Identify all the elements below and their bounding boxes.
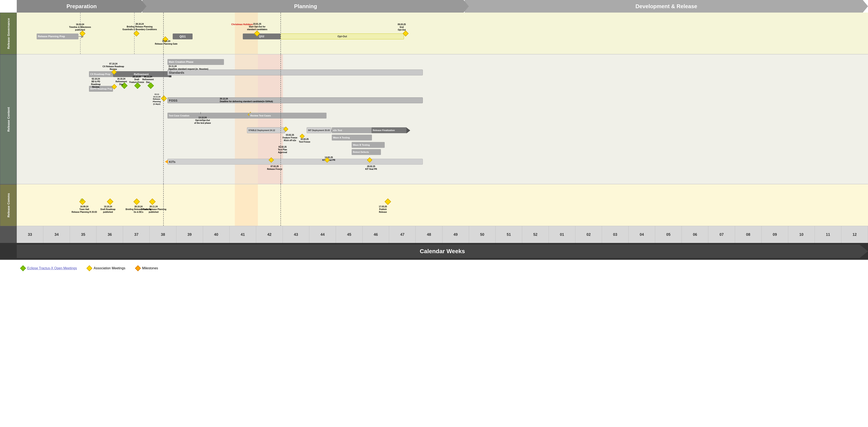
comms-content: 16.09.24 Town Hall Release Planning R 25… (17, 184, 868, 226)
qg2-bar: QG2 (243, 33, 280, 39)
kits-arrow-start (165, 160, 168, 163)
phase-header: Preparation Planning Development & Relea… (17, 0, 868, 12)
milestone-28-10-label: 28.10.24 Briefing Release Planning Guard… (122, 23, 157, 31)
kits-bar: KITs (167, 159, 423, 164)
governance-row: Release Governance Release Planning Prep (0, 12, 868, 55)
content-label: Release Content (0, 55, 17, 184)
release-planning-prep-bar: Release Planning Prep (37, 33, 79, 39)
cal-spacer (0, 243, 17, 260)
week-cell: 50 (469, 226, 496, 243)
main-rows: Release Governance Release Planning Prep (0, 12, 868, 276)
comms-milestone-5 (384, 198, 391, 205)
vline-3 (163, 12, 164, 54)
week-cell: 39 (177, 226, 203, 243)
phase-devrel: Development & Release (465, 0, 868, 12)
comms-milestone-2-label: 10.10.24 Draft Roadmap published (100, 205, 116, 213)
milestone-release-freeze-label: 07.02.25 Release Freeze (267, 165, 282, 171)
comms-christmas-shade (235, 184, 258, 226)
wave-a-bar: Wave A Testing (332, 135, 372, 141)
week-cell: 52 (522, 226, 549, 243)
release-final-bar: Release Finalization (372, 127, 407, 133)
milestone-20-12-label: 20.12.24 Deadline for delivering standar… (220, 97, 273, 103)
comms-milestone-5-label: 17.03.25 Publish Release (379, 205, 387, 213)
week-cell: 46 (363, 226, 389, 243)
legend-eclipse: Eclipse Tractus-X Open Meetings (21, 266, 77, 270)
int-dep-bar: INT Deployment 25.03 (307, 127, 331, 133)
milestone-25-10-label: 25.10.24 Draft Feature Freeze (129, 75, 144, 84)
week-cell: 05 (655, 226, 682, 243)
legend-milestone-diamond (135, 265, 141, 271)
week-cell: 06 (682, 226, 708, 243)
milestone-03-02-label: 03.02.25 Feature Freeze /Kick off e2e (283, 133, 298, 142)
cx-roadmap-review-label: 07.10.24 CX Release Roadmap Review (102, 62, 124, 70)
content-area: CX Roadmap Prep Refinement 07.10.24 CX R… (17, 55, 868, 184)
rel-final-arrow (406, 127, 410, 133)
opt-out-bar: Opt-Out (280, 33, 404, 39)
week-cell: 51 (496, 226, 522, 243)
week-cell: 09 (762, 226, 788, 243)
milestone-28-10 (133, 31, 140, 36)
assoc-sym-1: ⊙ (80, 197, 84, 202)
standards-bar: Standards (167, 69, 423, 75)
milestone-16-10-label: 16.10.24 Refinement Day (116, 78, 127, 86)
comms-label: Release Comms (0, 184, 17, 226)
week-cell: 02 (576, 226, 602, 243)
legend-association: Association Meetings (87, 266, 125, 270)
retest-bar: Retest Defects (352, 149, 381, 155)
milestone-13-12-label: 13.12.24 Opt-In/Opt-Out of the test phas… (194, 116, 211, 124)
cal-weeks-arrow: Calendar Weeks (17, 245, 868, 258)
week-cell: 42 (256, 226, 283, 243)
governance-content: Release Planning Prep 16.09.24 Timeline … (17, 12, 868, 55)
week-cell: 08 (735, 226, 762, 243)
foss-bar: FOSS (167, 97, 423, 103)
milestone-13-11 (161, 95, 167, 101)
week-cell: 38 (150, 226, 176, 243)
qg1-bar: QG1 (173, 33, 192, 39)
comms-milestone-4 (149, 198, 156, 205)
legend-eclipse-label[interactable]: Eclipse Tractus-X Open Meetings (27, 266, 77, 270)
legend-milestone-label: Milestones (142, 266, 158, 270)
main-creation-bar: Main Creation Phase (167, 59, 224, 65)
milestone-02-10-label: 02.10.24 BD & PD Roadmap Review (91, 78, 101, 88)
milestone-23-01-label: 23.01.25 Start Opt-Out for standard cand… (247, 23, 267, 31)
weeks-row: 3334353637383940414243444546474849505152… (0, 226, 868, 243)
milestone-16-09-label: 16.09.24 Timeline & Milestones published (69, 23, 91, 31)
week-cell: 35 (70, 226, 96, 243)
comms-vline-1 (163, 184, 164, 226)
cal-weeks-row: Calendar Weeks (0, 243, 868, 260)
milestone-03-02-tp-label: 03.02.25 Test Plan Approval (278, 146, 287, 154)
comms-milestone-1-label: 16.09.24 Town Hall Release Planning R 25… (71, 205, 97, 213)
milestone-06-11-label: 06.11.24 Refinement Day (142, 75, 154, 84)
milestone-10-02-label: 10.02.25 Test Freeze (299, 138, 310, 143)
legend-assoc-label: Association Meetings (94, 266, 125, 270)
vline-4 (280, 12, 281, 54)
cx-roadmap-prep-bar: CX Roadmap Prep (89, 71, 113, 77)
milestone-14-11-label: 14.11.24 Release Planning Gate (155, 40, 178, 45)
week-cell: 36 (96, 226, 123, 243)
review-tc-bar: Review Test Cases (249, 113, 327, 119)
comms-milestone-4-label: 20.11.24 Results Release Planning publis… (141, 205, 166, 213)
week-cell: 43 (283, 226, 309, 243)
legend-eclipse-diamond (20, 265, 26, 271)
governance-label: Release Governance (0, 12, 17, 55)
week-cell: 03 (602, 226, 628, 243)
week-cell: 41 (229, 226, 256, 243)
stable-dep-bar: STABLE Deployment 24.12 (247, 127, 285, 133)
content-row: Release Content CX Roadmap Prep Refineme… (0, 55, 868, 184)
week-cell: 07 (708, 226, 735, 243)
week-cell: 44 (309, 226, 336, 243)
phase-preparation: Preparation (17, 0, 147, 12)
phase-planning: Planning (142, 0, 469, 12)
comms-milestone-2 (107, 198, 113, 205)
comms-vline-2 (280, 184, 281, 226)
weeks-label-spacer (0, 226, 17, 243)
week-cell: 12 (841, 226, 868, 243)
week-cell: 40 (203, 226, 229, 243)
week-cell: 01 (549, 226, 576, 243)
milestone-09-03-label: 09.03.25 End Opt-Out (398, 23, 406, 31)
week-cell: 47 (389, 226, 416, 243)
week-cell: 10 (788, 226, 815, 243)
governance-grid (17, 12, 868, 54)
wave-b-bar: Wave B Testing (352, 142, 385, 148)
milestone-kit-final-label: 28.02.25 KIT final PR (365, 165, 377, 171)
